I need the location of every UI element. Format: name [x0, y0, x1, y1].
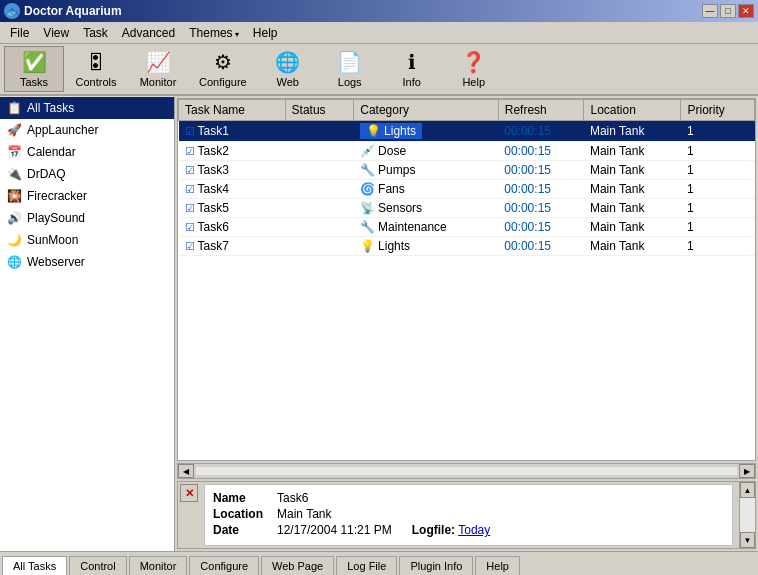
table-row[interactable]: ☑ Task4 🌀 Fans 00:00:15 Main Tank 1	[179, 180, 755, 199]
menu-help[interactable]: Help	[247, 24, 284, 42]
toolbar-monitor[interactable]: 📈 Monitor	[128, 46, 188, 92]
info-logfile-label: Logfile:	[412, 523, 455, 537]
scroll-right-button[interactable]: ▶	[739, 464, 755, 478]
tab-alltasks[interactable]: All Tasks	[2, 556, 67, 575]
horizontal-scrollbar[interactable]: ◀ ▶	[177, 463, 756, 479]
info-scrollbar: ▲ ▼	[739, 482, 755, 548]
sidebar-item-webserver[interactable]: 🌐 Webserver	[0, 251, 174, 273]
scroll-left-button[interactable]: ◀	[178, 464, 194, 478]
sidebar: 📋 All Tasks 🚀 AppLauncher 📅 Calendar 🔌 D…	[0, 96, 175, 551]
toolbar-logs[interactable]: 📄 Logs	[320, 46, 380, 92]
table-row[interactable]: ☑ Task5 📡 Sensors 00:00:15 Main Tank 1	[179, 199, 755, 218]
tab-monitor[interactable]: Monitor	[129, 556, 188, 575]
col-refresh: Refresh	[498, 100, 584, 121]
task-check: ☑	[185, 183, 195, 195]
configure-icon: ⚙	[209, 50, 237, 74]
toolbar-controls[interactable]: 🎛 Controls	[66, 46, 126, 92]
category-cell: 💡 Lights	[360, 123, 422, 139]
toolbar-tasks[interactable]: ✅ Tasks	[4, 46, 64, 92]
tab-logfile[interactable]: Log File	[336, 556, 397, 575]
applauncher-icon: 🚀	[6, 122, 22, 138]
col-location: Location	[584, 100, 681, 121]
table-row[interactable]: ☑ Task6 🔧 Maintenance 00:00:15 Main Tank…	[179, 218, 755, 237]
menu-bar: File View Task Advanced Themes Help	[0, 22, 758, 44]
sidebar-item-playsound[interactable]: 🔊 PlaySound	[0, 207, 174, 229]
toolbar-info[interactable]: ℹ Info	[382, 46, 442, 92]
sidebar-item-drdaq[interactable]: 🔌 DrDAQ	[0, 163, 174, 185]
main-content: 📋 All Tasks 🚀 AppLauncher 📅 Calendar 🔌 D…	[0, 96, 758, 551]
right-panel: Task Name Status Category Refresh Locati…	[175, 96, 758, 551]
task-check: ☑	[185, 221, 195, 233]
table-row[interactable]: ☑ Task2 💉 Dose 00:00:15 Main Tank 1	[179, 142, 755, 161]
drdaq-icon: 🔌	[6, 166, 22, 182]
table-row[interactable]: ☑ Task3 🔧 Pumps 00:00:15 Main Tank 1	[179, 161, 755, 180]
task-table: Task Name Status Category Refresh Locati…	[178, 99, 755, 256]
info-location-value: Main Tank	[277, 507, 331, 521]
controls-icon: 🎛	[82, 50, 110, 74]
menu-task[interactable]: Task	[77, 24, 114, 42]
info-name-value: Task6	[277, 491, 308, 505]
tasks-icon: ✅	[20, 50, 48, 74]
toolbar-configure[interactable]: ⚙ Configure	[190, 46, 256, 92]
sunmoon-icon: 🌙	[6, 232, 22, 248]
toolbar-help[interactable]: ❓ Help	[444, 46, 504, 92]
sidebar-item-sunmoon[interactable]: 🌙 SunMoon	[0, 229, 174, 251]
col-status: Status	[285, 100, 354, 121]
scroll-track	[196, 467, 737, 475]
scroll-track-vertical	[740, 498, 755, 532]
maximize-button[interactable]: □	[720, 4, 736, 18]
menu-themes[interactable]: Themes	[183, 24, 245, 42]
info-name-label: Name	[213, 491, 273, 505]
task-check: ☑	[185, 202, 195, 214]
info-date-value: 12/17/2004 11:21 PM	[277, 523, 392, 537]
info-content: Name Task6 Location Main Tank Date 12/17…	[204, 484, 733, 546]
close-button[interactable]: ✕	[738, 4, 754, 18]
sidebar-item-firecracker[interactable]: 🎇 Firecracker	[0, 185, 174, 207]
col-taskname: Task Name	[179, 100, 286, 121]
sidebar-item-calendar[interactable]: 📅 Calendar	[0, 141, 174, 163]
task-check: ☑	[185, 125, 195, 137]
info-panel: ✕ Name Task6 Location Main Tank Date 12/…	[177, 481, 756, 549]
task-check: ☑	[185, 240, 195, 252]
menu-view[interactable]: View	[37, 24, 75, 42]
bottom-tab-bar: All Tasks Control Monitor Configure Web …	[0, 551, 758, 575]
info-date-label: Date	[213, 523, 273, 537]
tab-control[interactable]: Control	[69, 556, 126, 575]
info-icon: ℹ	[398, 50, 426, 74]
col-category: Category	[354, 100, 499, 121]
toolbar-web[interactable]: 🌐 Web	[258, 46, 318, 92]
window-title: Doctor Aquarium	[24, 4, 122, 18]
menu-file[interactable]: File	[4, 24, 35, 42]
webserver-icon: 🌐	[6, 254, 22, 270]
title-bar: 🐟 Doctor Aquarium — □ ✕	[0, 0, 758, 22]
tab-help[interactable]: Help	[475, 556, 520, 575]
sidebar-item-alltasks[interactable]: 📋 All Tasks	[0, 97, 174, 119]
web-icon: 🌐	[274, 50, 302, 74]
scroll-down-button[interactable]: ▼	[740, 532, 755, 548]
info-logfile-link[interactable]: Today	[458, 523, 490, 537]
alltasks-icon: 📋	[6, 100, 22, 116]
tab-configure[interactable]: Configure	[189, 556, 259, 575]
tab-webpage[interactable]: Web Page	[261, 556, 334, 575]
task-check: ☑	[185, 145, 195, 157]
minimize-button[interactable]: —	[702, 4, 718, 18]
info-location-label: Location	[213, 507, 273, 521]
col-priority: Priority	[681, 100, 755, 121]
task-check: ☑	[185, 164, 195, 176]
firecracker-icon: 🎇	[6, 188, 22, 204]
help-icon: ❓	[460, 50, 488, 74]
task-table-container[interactable]: Task Name Status Category Refresh Locati…	[177, 98, 756, 461]
sidebar-item-applauncher[interactable]: 🚀 AppLauncher	[0, 119, 174, 141]
toolbar: ✅ Tasks 🎛 Controls 📈 Monitor ⚙ Configure…	[0, 44, 758, 96]
monitor-icon: 📈	[144, 50, 172, 74]
table-row[interactable]: ☑ Task1 💡 Lights 00:00:15 Main Tank 1	[179, 121, 755, 142]
playsound-icon: 🔊	[6, 210, 22, 226]
menu-advanced[interactable]: Advanced	[116, 24, 181, 42]
table-row[interactable]: ☑ Task7 💡 Lights 00:00:15 Main Tank 1	[179, 237, 755, 256]
tab-plugininfo[interactable]: Plugin Info	[399, 556, 473, 575]
logs-icon: 📄	[336, 50, 364, 74]
app-icon: 🐟	[4, 3, 20, 19]
scroll-up-button[interactable]: ▲	[740, 482, 755, 498]
calendar-icon: 📅	[6, 144, 22, 160]
info-close-button[interactable]: ✕	[180, 484, 198, 502]
